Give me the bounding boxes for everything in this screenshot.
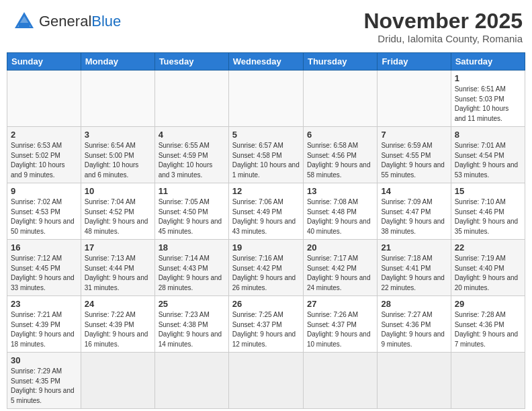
calendar-day-cell: 10Sunrise: 7:04 AM Sunset: 4:52 PM Dayli… — [81, 183, 154, 240]
location-subtitle: Dridu, Ialomita County, Romania — [363, 33, 523, 44]
logo-icon — [12, 9, 36, 34]
day-number: 4 — [159, 130, 225, 140]
day-number: 24 — [85, 299, 151, 309]
day-number: 3 — [85, 130, 151, 140]
calendar-day-cell: 7Sunrise: 6:59 AM Sunset: 4:55 PM Daylig… — [378, 127, 451, 183]
logo: GeneralBlue — [12, 9, 121, 34]
day-info: Sunrise: 7:10 AM Sunset: 4:46 PM Dayligh… — [455, 197, 521, 236]
calendar-day-cell: 14Sunrise: 7:09 AM Sunset: 4:47 PM Dayli… — [378, 183, 451, 240]
calendar-day-cell: 20Sunrise: 7:17 AM Sunset: 4:42 PM Dayli… — [303, 240, 377, 296]
calendar-day-cell — [7, 71, 81, 127]
day-info: Sunrise: 6:51 AM Sunset: 5:03 PM Dayligh… — [455, 85, 521, 124]
day-number: 12 — [232, 186, 300, 196]
calendar-day-cell: 3Sunrise: 6:54 AM Sunset: 5:00 PM Daylig… — [81, 127, 154, 183]
day-info: Sunrise: 7:21 AM Sunset: 4:39 PM Dayligh… — [11, 310, 77, 349]
weekday-header-tuesday: Tuesday — [154, 53, 228, 71]
day-info: Sunrise: 7:08 AM Sunset: 4:48 PM Dayligh… — [307, 197, 373, 236]
weekday-header-saturday: Saturday — [451, 53, 525, 71]
day-info: Sunrise: 6:59 AM Sunset: 4:55 PM Dayligh… — [381, 141, 447, 180]
calendar-day-cell — [303, 71, 377, 127]
calendar-week-row: 30Sunrise: 7:29 AM Sunset: 4:35 PM Dayli… — [7, 353, 525, 409]
day-info: Sunrise: 7:04 AM Sunset: 4:52 PM Dayligh… — [85, 197, 151, 236]
day-info: Sunrise: 7:27 AM Sunset: 4:36 PM Dayligh… — [381, 310, 447, 349]
day-info: Sunrise: 7:13 AM Sunset: 4:44 PM Dayligh… — [85, 254, 151, 293]
calendar-week-row: 2Sunrise: 6:53 AM Sunset: 5:02 PM Daylig… — [7, 127, 525, 183]
weekday-header-sunday: Sunday — [7, 53, 81, 71]
day-number: 28 — [381, 299, 447, 309]
day-info: Sunrise: 7:05 AM Sunset: 4:50 PM Dayligh… — [159, 197, 225, 236]
calendar-week-row: 1Sunrise: 6:51 AM Sunset: 5:03 PM Daylig… — [7, 71, 525, 127]
calendar-day-cell — [228, 71, 303, 127]
day-number: 7 — [381, 130, 447, 140]
calendar-day-cell: 24Sunrise: 7:22 AM Sunset: 4:39 PM Dayli… — [81, 296, 154, 353]
day-number: 10 — [85, 186, 151, 196]
calendar-week-row: 9Sunrise: 7:02 AM Sunset: 4:53 PM Daylig… — [7, 183, 525, 240]
day-info: Sunrise: 7:19 AM Sunset: 4:40 PM Dayligh… — [455, 254, 521, 293]
calendar-table: SundayMondayTuesdayWednesdayThursdayFrid… — [7, 52, 525, 409]
day-number: 22 — [455, 242, 521, 253]
day-number: 16 — [11, 242, 77, 253]
title-area: November 2025 Dridu, Ialomita County, Ro… — [363, 9, 523, 44]
calendar-day-cell — [81, 353, 154, 409]
day-info: Sunrise: 7:28 AM Sunset: 4:36 PM Dayligh… — [455, 310, 521, 349]
calendar-day-cell: 28Sunrise: 7:27 AM Sunset: 4:36 PM Dayli… — [378, 296, 451, 353]
day-number: 8 — [455, 130, 521, 140]
calendar-day-cell: 18Sunrise: 7:14 AM Sunset: 4:43 PM Dayli… — [154, 240, 228, 296]
weekday-header-monday: Monday — [81, 53, 154, 71]
day-info: Sunrise: 6:55 AM Sunset: 4:59 PM Dayligh… — [159, 141, 225, 180]
day-info: Sunrise: 7:06 AM Sunset: 4:49 PM Dayligh… — [232, 197, 300, 236]
calendar-day-cell: 13Sunrise: 7:08 AM Sunset: 4:48 PM Dayli… — [303, 183, 377, 240]
calendar-day-cell: 21Sunrise: 7:18 AM Sunset: 4:41 PM Dayli… — [378, 240, 451, 296]
calendar-week-row: 23Sunrise: 7:21 AM Sunset: 4:39 PM Dayli… — [7, 296, 525, 353]
calendar-day-cell: 23Sunrise: 7:21 AM Sunset: 4:39 PM Dayli… — [7, 296, 81, 353]
weekday-header-row: SundayMondayTuesdayWednesdayThursdayFrid… — [7, 53, 525, 71]
day-number: 6 — [307, 130, 373, 140]
day-number: 18 — [159, 242, 225, 253]
calendar-day-cell — [378, 71, 451, 127]
day-info: Sunrise: 7:26 AM Sunset: 4:37 PM Dayligh… — [307, 310, 373, 349]
calendar-day-cell — [228, 353, 303, 409]
calendar-day-cell: 9Sunrise: 7:02 AM Sunset: 4:53 PM Daylig… — [7, 183, 81, 240]
calendar-day-cell: 19Sunrise: 7:16 AM Sunset: 4:42 PM Dayli… — [228, 240, 303, 296]
day-info: Sunrise: 6:58 AM Sunset: 4:56 PM Dayligh… — [307, 141, 373, 180]
day-number: 17 — [85, 242, 151, 253]
calendar-day-cell — [154, 71, 228, 127]
header: GeneralBlue November 2025 Dridu, Ialomit… — [7, 7, 525, 47]
calendar-day-cell: 6Sunrise: 6:58 AM Sunset: 4:56 PM Daylig… — [303, 127, 377, 183]
calendar-day-cell: 2Sunrise: 6:53 AM Sunset: 5:02 PM Daylig… — [7, 127, 81, 183]
calendar-day-cell — [451, 353, 525, 409]
weekday-header-friday: Friday — [378, 53, 451, 71]
calendar-day-cell: 8Sunrise: 7:01 AM Sunset: 4:54 PM Daylig… — [451, 127, 525, 183]
svg-rect-2 — [19, 23, 30, 28]
day-number: 11 — [159, 186, 225, 196]
day-info: Sunrise: 7:23 AM Sunset: 4:38 PM Dayligh… — [159, 310, 225, 349]
day-info: Sunrise: 7:01 AM Sunset: 4:54 PM Dayligh… — [455, 141, 521, 180]
day-info: Sunrise: 7:17 AM Sunset: 4:42 PM Dayligh… — [307, 254, 373, 293]
calendar-day-cell: 15Sunrise: 7:10 AM Sunset: 4:46 PM Dayli… — [451, 183, 525, 240]
day-info: Sunrise: 7:25 AM Sunset: 4:37 PM Dayligh… — [232, 310, 300, 349]
day-number: 20 — [307, 242, 373, 253]
calendar-day-cell: 17Sunrise: 7:13 AM Sunset: 4:44 PM Dayli… — [81, 240, 154, 296]
day-number: 30 — [11, 355, 77, 365]
day-number: 9 — [11, 186, 77, 196]
calendar-day-cell: 30Sunrise: 7:29 AM Sunset: 4:35 PM Dayli… — [7, 353, 81, 409]
calendar-day-cell: 16Sunrise: 7:12 AM Sunset: 4:45 PM Dayli… — [7, 240, 81, 296]
calendar-day-cell: 5Sunrise: 6:57 AM Sunset: 4:58 PM Daylig… — [228, 127, 303, 183]
day-info: Sunrise: 6:53 AM Sunset: 5:02 PM Dayligh… — [11, 141, 77, 180]
logo-text-label: GeneralBlue — [39, 13, 121, 30]
day-info: Sunrise: 6:54 AM Sunset: 5:00 PM Dayligh… — [85, 141, 151, 180]
day-info: Sunrise: 7:18 AM Sunset: 4:41 PM Dayligh… — [381, 254, 447, 293]
weekday-header-wednesday: Wednesday — [228, 53, 303, 71]
day-info: Sunrise: 7:12 AM Sunset: 4:45 PM Dayligh… — [11, 254, 77, 293]
day-number: 14 — [381, 186, 447, 196]
day-number: 27 — [307, 299, 373, 309]
day-info: Sunrise: 7:29 AM Sunset: 4:35 PM Dayligh… — [11, 367, 77, 406]
day-number: 15 — [455, 186, 521, 196]
calendar-day-cell: 11Sunrise: 7:05 AM Sunset: 4:50 PM Dayli… — [154, 183, 228, 240]
calendar-day-cell: 26Sunrise: 7:25 AM Sunset: 4:37 PM Dayli… — [228, 296, 303, 353]
calendar-day-cell — [303, 353, 377, 409]
day-number: 21 — [381, 242, 447, 253]
calendar-day-cell: 22Sunrise: 7:19 AM Sunset: 4:40 PM Dayli… — [451, 240, 525, 296]
day-number: 13 — [307, 186, 373, 196]
calendar-day-cell — [81, 71, 154, 127]
